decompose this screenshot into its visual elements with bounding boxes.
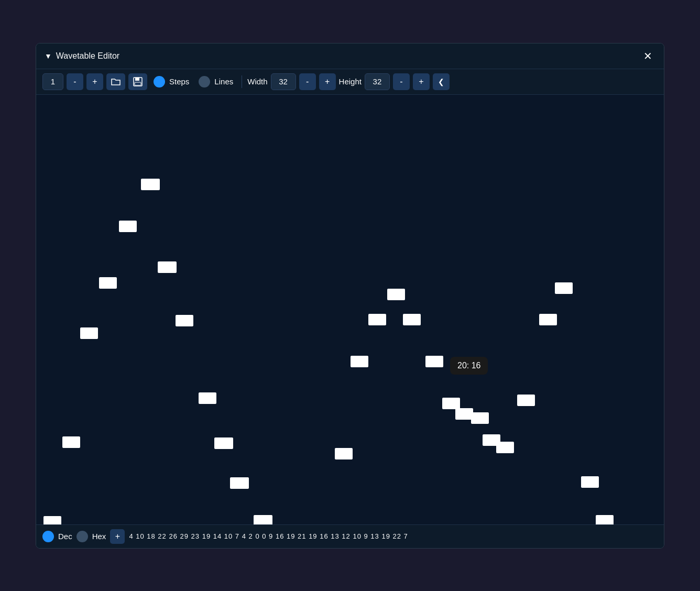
steps-toggle[interactable] [154,76,165,87]
toolbar-divider [242,75,242,88]
step-block[interactable] [62,436,80,448]
window-title: Wavetable Editor [56,51,119,61]
lines-toggle[interactable] [199,76,210,87]
lines-label: Lines [214,77,233,86]
step-block[interactable] [596,515,614,524]
height-plus-button[interactable]: + [413,73,430,90]
hex-toggle[interactable] [76,531,88,542]
position-tooltip: 20: 16 [450,357,488,375]
title-bar: ▼ Wavetable Editor ✕ [36,43,664,69]
step-block[interactable] [80,327,98,339]
step-block[interactable] [368,314,386,325]
save-button[interactable] [128,73,147,90]
step-block[interactable] [471,412,489,424]
svg-rect-2 [135,82,141,85]
height-minus-button[interactable]: - [393,73,410,90]
dec-toggle[interactable] [42,531,54,542]
step-block[interactable] [455,408,473,420]
step-block[interactable] [387,289,405,300]
steps-label: Steps [169,77,189,86]
width-input[interactable] [271,73,296,90]
step-block[interactable] [351,356,368,367]
height-label: Height [339,77,362,86]
wavetable-editor-window: ▼ Wavetable Editor ✕ - + Steps Lines [36,43,664,549]
step-block[interactable] [555,282,573,294]
add-value-button[interactable]: + [110,529,125,544]
hex-label: Hex [92,532,106,541]
step-block[interactable] [99,277,117,289]
step-plus-button[interactable]: + [86,73,103,90]
step-block[interactable] [141,179,160,190]
step-minus-button[interactable]: - [67,73,83,90]
toolbar: - + Steps Lines Width - + Height [36,69,664,95]
step-block[interactable] [425,356,443,367]
step-block[interactable] [335,448,353,459]
lines-toggle-group: Lines [199,76,233,87]
step-block[interactable] [517,395,535,406]
step-block[interactable] [119,221,137,232]
back-button[interactable]: ❮ [433,73,450,90]
value-sequence: 4 10 18 22 26 29 23 19 14 10 7 4 2 0 0 9… [129,532,408,540]
dec-label: Dec [58,532,72,541]
step-block[interactable] [214,437,233,449]
svg-rect-1 [135,78,139,81]
steps-toggle-group: Steps [154,76,189,87]
height-input[interactable] [365,73,390,90]
step-block[interactable] [158,261,177,273]
step-block[interactable] [176,315,193,326]
step-block[interactable] [581,476,599,488]
width-plus-button[interactable]: + [319,73,336,90]
close-button[interactable]: ✕ [640,49,655,63]
step-block[interactable] [254,515,272,524]
step-block[interactable] [199,392,216,404]
collapse-arrow-icon[interactable]: ▼ [45,52,52,60]
step-block[interactable] [230,477,249,489]
width-minus-button[interactable]: - [299,73,316,90]
step-block[interactable] [496,442,514,453]
step-block[interactable] [43,516,61,524]
title-bar-left: ▼ Wavetable Editor [45,51,119,61]
open-folder-button[interactable] [106,73,125,90]
width-label: Width [247,77,267,86]
step-block[interactable] [442,398,460,409]
step-number-input[interactable] [42,73,63,90]
canvas-area[interactable]: 20: 16 [36,95,664,524]
step-block[interactable] [539,314,557,325]
bottom-bar: Dec Hex + 4 10 18 22 26 29 23 19 14 10 7… [36,524,664,548]
step-block[interactable] [403,314,421,325]
